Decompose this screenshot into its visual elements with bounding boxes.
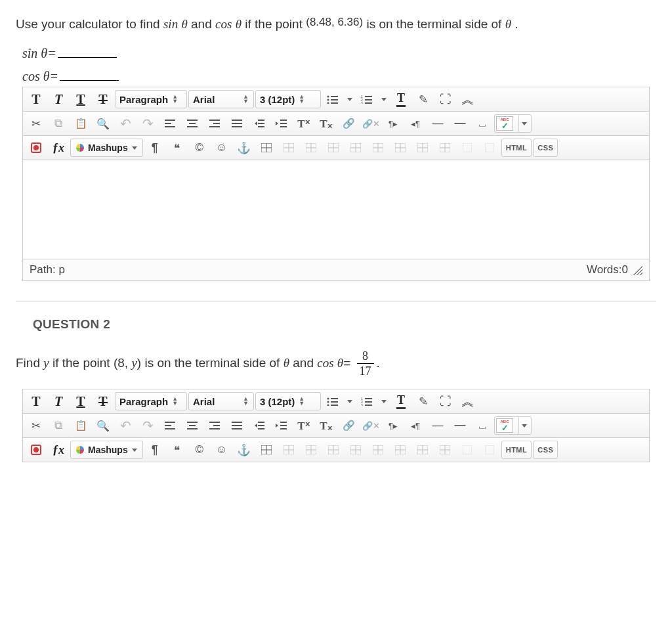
strike-button[interactable]: T (93, 391, 114, 411)
paste-button[interactable]: 📋 (70, 416, 91, 435)
table-button-9[interactable] (434, 440, 455, 460)
superscript-button[interactable]: Tˣ (293, 416, 314, 435)
anchor-button[interactable]: ⚓ (234, 138, 255, 158)
redo-button[interactable]: ↷ (137, 114, 158, 133)
align-left-button[interactable] (159, 114, 180, 133)
unlink-button[interactable]: 🔗✕ (360, 416, 381, 435)
link-button[interactable]: 🔗 (338, 114, 359, 133)
sin-blank[interactable] (58, 46, 117, 58)
cos-blank[interactable] (60, 69, 119, 81)
align-left-button[interactable] (159, 416, 180, 435)
table-button-4[interactable] (323, 138, 344, 158)
show-blocks-button[interactable]: ¶ (144, 138, 165, 158)
font-select[interactable]: Arial▲▼ (188, 392, 254, 410)
record-button[interactable] (26, 138, 47, 158)
cut-button[interactable]: ✂ (26, 416, 47, 435)
align-right-button[interactable] (204, 416, 225, 435)
bullet-list-button[interactable] (322, 89, 343, 109)
bullet-list-button[interactable] (322, 391, 343, 411)
table-button-5[interactable] (345, 138, 366, 158)
italic-button[interactable]: T (48, 89, 69, 109)
editor-content-area[interactable] (23, 160, 649, 259)
table-button-2[interactable] (278, 440, 299, 460)
italic-button[interactable]: T (48, 391, 69, 411)
collapse-button[interactable]: ︽ (457, 89, 478, 109)
align-center-button[interactable] (182, 114, 203, 133)
blockquote-button[interactable]: ❝ (167, 440, 188, 460)
number-list-button[interactable]: 123 (356, 89, 377, 109)
emoji-button[interactable]: ☺ (211, 440, 232, 460)
anchor-button[interactable]: ⚓ (234, 440, 255, 460)
paragraph-select[interactable]: Paragraph▲▼ (115, 392, 187, 410)
table-button-3[interactable] (301, 440, 322, 460)
size-select[interactable]: 3 (12pt) ▲▼ (255, 90, 321, 108)
emoji-button[interactable]: ☺ (211, 138, 232, 158)
table-button-5[interactable] (345, 440, 366, 460)
indent-button[interactable] (271, 416, 292, 435)
outdent-button[interactable] (249, 416, 270, 435)
ltr-button[interactable]: ¶▸ (383, 114, 404, 133)
fx-button[interactable]: ƒx (48, 440, 69, 460)
html-button[interactable]: HTML (501, 139, 532, 157)
css-button[interactable]: CSS (533, 441, 558, 459)
mashups-button[interactable]: Mashups (70, 139, 143, 157)
hr-thin-button[interactable]: — (427, 114, 448, 133)
table-button-11[interactable] (479, 440, 500, 460)
spellcheck-button[interactable]: ABC✓ (494, 114, 532, 133)
subscript-button[interactable]: Tₓ (316, 416, 337, 435)
table-button-8[interactable] (412, 440, 433, 460)
table-button-11[interactable] (479, 138, 500, 158)
superscript-button[interactable]: Tˣ (293, 114, 314, 133)
mashups-button[interactable]: Mashups (70, 441, 143, 459)
undo-button[interactable]: ↶ (115, 114, 136, 133)
align-justify-button[interactable] (226, 114, 247, 133)
align-right-button[interactable] (204, 114, 225, 133)
table-button-7[interactable] (390, 138, 411, 158)
table-button-6[interactable] (368, 440, 388, 460)
table-button-1[interactable] (256, 440, 277, 460)
redo-button[interactable]: ↷ (137, 416, 158, 435)
align-justify-button[interactable] (226, 416, 247, 435)
text-color-button[interactable]: T (390, 89, 411, 109)
copy-button[interactable]: ⧉ (48, 416, 69, 435)
dropdown-caret-icon[interactable] (347, 98, 352, 101)
paragraph-select[interactable]: Paragraph ▲▼ (115, 90, 187, 108)
nbsp-button[interactable]: ⎵ (472, 416, 493, 435)
table-button-9[interactable] (434, 138, 455, 158)
indent-button[interactable] (271, 114, 292, 133)
find-button[interactable]: 🔍 (93, 416, 114, 435)
table-button-10[interactable] (457, 138, 478, 158)
paste-button[interactable]: 📋 (70, 114, 91, 133)
show-blocks-button[interactable]: ¶ (144, 440, 165, 460)
table-button-7[interactable] (390, 440, 411, 460)
resize-handle-icon[interactable] (632, 265, 642, 275)
undo-button[interactable]: ↶ (115, 416, 136, 435)
table-button-4[interactable] (323, 440, 344, 460)
table-button-6[interactable] (368, 138, 388, 158)
strike-button[interactable]: T (93, 89, 114, 109)
cut-button[interactable]: ✂ (26, 114, 47, 133)
text-color-button[interactable]: T (390, 391, 411, 411)
nbsp-button[interactable]: ⎵ (472, 114, 493, 133)
ltr-button[interactable]: ¶▸ (383, 416, 404, 435)
rtl-button[interactable]: ◂¶ (405, 114, 426, 133)
html-button[interactable]: HTML (501, 441, 532, 459)
table-button-8[interactable] (412, 138, 433, 158)
highlight-button[interactable]: ✎ (413, 89, 434, 109)
bold-button[interactable]: T (26, 391, 47, 411)
copyright-button[interactable]: © (189, 138, 210, 158)
dropdown-caret-icon[interactable] (347, 400, 352, 403)
copyright-button[interactable]: © (189, 440, 210, 460)
copy-button[interactable]: ⧉ (48, 114, 69, 133)
hr-thin-button[interactable]: — (427, 416, 448, 435)
outdent-button[interactable] (249, 114, 270, 133)
rtl-button[interactable]: ◂¶ (405, 416, 426, 435)
number-list-button[interactable]: 123 (356, 391, 377, 411)
highlight-button[interactable]: ✎ (413, 391, 434, 411)
fullscreen-button[interactable]: ⛶ (435, 89, 456, 109)
table-button-10[interactable] (457, 440, 478, 460)
table-button-2[interactable] (278, 138, 299, 158)
subscript-button[interactable]: Tₓ (316, 114, 337, 133)
size-select[interactable]: 3 (12pt)▲▼ (255, 392, 321, 410)
blockquote-button[interactable]: ❝ (167, 138, 188, 158)
